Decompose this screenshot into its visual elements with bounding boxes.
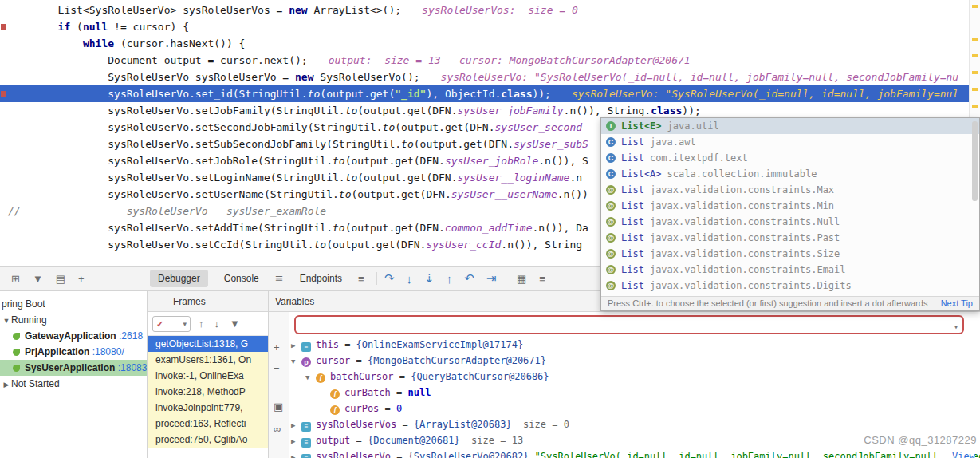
service-port-link[interactable]: :18083 — [115, 362, 147, 373]
step-into-icon[interactable]: ↓ — [407, 272, 413, 286]
equals-sign: = — [391, 451, 408, 458]
frame-row[interactable]: invokeJoinpoint:779, — [148, 400, 268, 416]
completion-item[interactable]: @Listjavax.validation.constraints.Past — [601, 230, 979, 246]
warning-stripe-mark[interactable] — [972, 38, 978, 41]
completion-item[interactable]: CList<A>scala.collection.immutable — [601, 166, 979, 182]
service-item[interactable]: SysUserApplication :18083 — [0, 360, 147, 376]
completion-item[interactable]: @Listjavax.validation.constraints.Email — [601, 262, 979, 278]
variable-row[interactable]: ▶≡sysRoleUserVos = {ArrayList@20683} siz… — [269, 417, 980, 432]
force-step-into-icon[interactable]: ⇣ — [424, 271, 435, 286]
code-line[interactable]: sysRoleUserVo.set_id(StringUtil.to(outpu… — [0, 85, 969, 102]
view-breakpoints-icon[interactable]: ▦ — [517, 273, 526, 285]
frame-row[interactable]: proceed:750, CglibAo — [148, 432, 268, 448]
service-port-link[interactable]: :18080/ — [89, 346, 124, 357]
frame-row[interactable]: examUsers1:1361, On — [148, 352, 268, 368]
variable-name: curPos — [344, 403, 379, 414]
group-by-icon[interactable]: ▤ — [56, 273, 65, 285]
warning-stripe-mark[interactable] — [972, 88, 978, 91]
settings-icon[interactable]: ≡ — [539, 273, 545, 285]
frame-row[interactable]: proceed:163, Reflecti — [148, 416, 268, 432]
expand-arrow-icon[interactable]: ▶ — [291, 449, 301, 458]
code-line[interactable]: Document output = cursor.next();output: … — [0, 52, 969, 69]
tab-console[interactable]: Console — [216, 270, 267, 287]
add-service-icon[interactable]: + — [78, 273, 85, 285]
step-out-icon[interactable]: ↑ — [447, 272, 453, 286]
toolwindow-menu-icon[interactable]: ≡ — [358, 273, 364, 285]
warning-stripe-mark[interactable] — [972, 5, 978, 8]
expand-arrow-icon[interactable]: ▶ — [291, 338, 301, 353]
step-over-icon[interactable]: ↷ — [384, 271, 395, 286]
frame-row[interactable]: invoke:218, MethodP — [148, 384, 268, 400]
expand-arrow-icon[interactable]: ▶ — [291, 417, 301, 432]
expand-icon[interactable]: ▶ — [2, 377, 11, 392]
completion-item[interactable]: @Listjavax.validation.constraints.Digits — [601, 278, 979, 294]
collapse-icon[interactable]: ▼ — [2, 313, 11, 328]
code-text: .n()), String — [501, 239, 582, 251]
filter-icon[interactable]: ▼ — [33, 273, 43, 285]
inline-debug-hint: sysRoleUserVo: "SysRoleUserVo(_id=null, … — [572, 88, 958, 100]
completion-package: javax.validation.constraints.Past — [650, 230, 840, 246]
completion-item[interactable]: @Listjavax.validation.constraints.Null — [601, 214, 979, 230]
warning-stripe-mark[interactable] — [972, 54, 978, 57]
warning-stripe-mark[interactable] — [972, 105, 978, 108]
thread-selector-dropdown[interactable]: ✓ ▾ — [152, 316, 191, 332]
console-options-icon[interactable]: ≣ — [275, 273, 284, 285]
local-variable-icon: ≡ — [301, 438, 311, 448]
variable-row[interactable]: ▼fbatchCursor = {QueryBatchCursor@20686} — [269, 369, 980, 385]
next-frame-icon[interactable]: ↓ — [214, 318, 220, 330]
completion-item[interactable]: CListcom.itextpdf.text — [601, 150, 979, 166]
service-group[interactable]: ▼Running — [0, 312, 147, 328]
tab-endpoints[interactable]: Endpoints — [292, 270, 350, 287]
tab-debugger[interactable]: Debugger — [150, 270, 208, 287]
expand-arrow-icon[interactable]: ▼ — [291, 353, 301, 369]
variable-row[interactable]: ▶≡sysRoleUserVo = {SysRoleUserVo@20682} … — [269, 448, 980, 458]
frame-row[interactable]: invoke:-1, OnlineExa — [148, 368, 268, 384]
code-line[interactable]: sysRoleUserVo.setJobFamily(StringUtil.to… — [0, 102, 969, 119]
variable-row[interactable]: fcurPos = 0 — [269, 401, 980, 417]
annotation-icon: @ — [606, 281, 616, 290]
expand-arrow-icon[interactable]: ▶ — [291, 433, 301, 448]
completion-list: IList<E>java.utilCListjava.awtCListcom.i… — [601, 118, 979, 310]
view-value-link[interactable]: View — [947, 448, 975, 458]
code-line[interactable]: while (cursor.hasNext()) { — [0, 35, 969, 52]
variable-row[interactable]: fcurBatch = null — [269, 385, 980, 401]
completion-item[interactable]: @Listjavax.validation.constraints.Max — [601, 182, 979, 198]
expression-input[interactable]: output.get("_joinSysDefRoleUser_").get("… — [294, 315, 964, 334]
popup-scrollbar-thumb[interactable] — [972, 121, 978, 201]
field-variable-icon: f — [316, 373, 325, 383]
service-root[interactable]: pring Boot — [0, 296, 147, 312]
variable-row[interactable]: ▶≡this = {OnlineExamServiceImpl@17174} — [269, 337, 980, 353]
service-item[interactable]: GatewayApplication :2618 — [0, 328, 147, 344]
code-line[interactable]: SysRoleUserVo sysRoleUserVo = new SysRol… — [0, 69, 969, 85]
expression-caret-icon[interactable]: ▾ — [954, 319, 958, 334]
warning-stripe-mark[interactable] — [972, 71, 978, 74]
spring-boot-icon — [13, 365, 20, 372]
code-text: new — [289, 4, 307, 16]
code-text: != cursor) { — [108, 21, 189, 33]
variable-name: sysRoleUserVos — [316, 419, 396, 430]
completion-item[interactable]: @Listjavax.validation.constraints.Size — [601, 246, 979, 262]
completion-item[interactable]: @Listjavax.validation.constraints.Min — [601, 198, 979, 214]
expand-arrow-icon[interactable]: ▼ — [305, 369, 316, 385]
frame-row[interactable]: getObjectList:1318, G — [148, 336, 268, 352]
variable-row[interactable]: ▼pcursor = {MongoBatchCursorAdapter@2067… — [269, 353, 980, 369]
completion-item[interactable]: IList<E>java.util — [601, 118, 979, 134]
variable-value: 0 — [396, 403, 402, 414]
service-item[interactable]: PrjApplication :18080/ — [0, 344, 147, 360]
service-port-link[interactable]: :2618 — [116, 330, 143, 342]
next-tip-link[interactable]: Next Tip — [941, 297, 973, 310]
drop-frame-icon[interactable]: ↶ — [464, 271, 474, 286]
breakpoint-mark[interactable] — [1, 24, 6, 30]
code-text: sysRoleUserVo.setUserName(StringUtil. — [8, 188, 339, 200]
service-group[interactable]: ▶Not Started — [0, 376, 147, 392]
completion-item[interactable]: CListjava.awt — [601, 134, 979, 150]
breakpoint-mark[interactable] — [1, 91, 6, 97]
code-line[interactable]: List<SysRoleUserVo> sysRoleUserVos = new… — [0, 2, 969, 18]
equals-sign: = — [393, 371, 411, 382]
frames-panel-header[interactable]: Frames — [148, 291, 268, 312]
view-options-icon[interactable]: ⊞ — [11, 273, 20, 285]
code-line[interactable]: if (null != cursor) { — [0, 18, 969, 35]
hide-libraries-icon[interactable]: ▼ — [230, 318, 240, 330]
run-to-cursor-icon[interactable]: ⇥ — [486, 271, 497, 286]
prev-frame-icon[interactable]: ↑ — [199, 318, 204, 330]
